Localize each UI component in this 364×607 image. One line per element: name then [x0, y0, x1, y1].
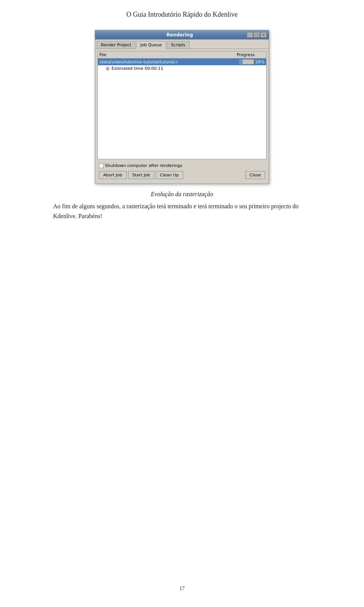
- tab-render-project[interactable]: Render Project: [97, 41, 135, 49]
- window-controls: – □ ✕: [247, 32, 267, 38]
- close-window-button[interactable]: ✕: [260, 32, 267, 38]
- render-table: File Progress /data/video/kdenlive-tutor…: [97, 51, 267, 159]
- abort-job-button[interactable]: Abort Job: [99, 171, 127, 179]
- minimize-button[interactable]: –: [247, 32, 253, 38]
- kde-window: Rendering – □ ✕ Render Project Job Queue…: [95, 30, 269, 184]
- window-title: Rendering: [113, 32, 247, 38]
- start-job-button[interactable]: Start Job: [128, 171, 154, 179]
- col-file-header: File: [99, 52, 227, 57]
- shutdown-label: Shutdown computer after renderings: [105, 163, 182, 168]
- caption: Evolução da rasterização: [0, 191, 364, 198]
- gear-icon: [105, 66, 110, 71]
- window-titlebar: Rendering – □ ✕: [95, 30, 269, 39]
- empty-render-area: [98, 72, 266, 159]
- button-row: Abort Job Start Job Clean Up Close: [97, 170, 267, 181]
- window-content: File Progress /data/video/kdenlive-tutor…: [95, 49, 269, 184]
- svg-point-0: [107, 68, 108, 69]
- col-progress-header: Progress: [227, 52, 265, 57]
- progress-bar-fill: [239, 60, 243, 64]
- tab-job-queue[interactable]: Job Queue: [136, 41, 166, 49]
- body-text: Ao fim de alguns segundos, a rasterizaçã…: [38, 201, 326, 221]
- tab-scripts[interactable]: Scripts: [167, 41, 190, 49]
- cleanup-button[interactable]: Clean Up: [156, 171, 183, 179]
- progress-cell: 26%: [227, 59, 265, 64]
- close-button[interactable]: Close: [245, 171, 265, 179]
- tab-bar: Render Project Job Queue Scripts: [95, 39, 269, 49]
- progress-percent: 26%: [256, 60, 265, 64]
- estimated-time-label: Estimated time 00:00:11: [111, 66, 163, 71]
- file-path: /data/video/kdenlive-tutorial/tutorial.r: [99, 60, 227, 64]
- shutdown-checkbox[interactable]: [99, 164, 104, 168]
- screenshot-container: Rendering – □ ✕ Render Project Job Queue…: [0, 30, 364, 184]
- estimated-time-row: Estimated time 00:00:11: [98, 65, 266, 72]
- progress-bar-container: [239, 59, 254, 64]
- table-row: /data/video/kdenlive-tutorial/tutorial.r…: [98, 58, 266, 65]
- maximize-button[interactable]: □: [254, 32, 260, 38]
- shutdown-row: Shutdown computer after renderings: [97, 162, 267, 170]
- table-header: File Progress: [98, 52, 266, 58]
- page-number: 17: [0, 586, 364, 592]
- page-title: O Guia Introdutório Rápido do Kdenlive: [0, 0, 364, 26]
